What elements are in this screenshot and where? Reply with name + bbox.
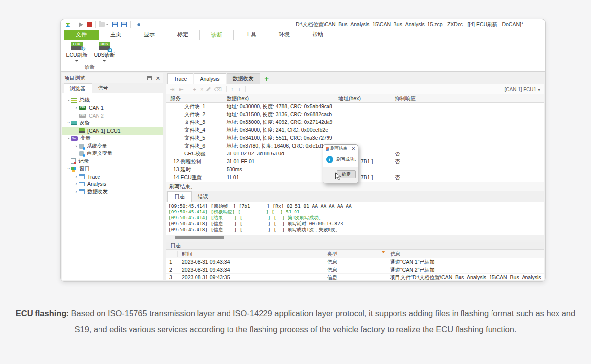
table-row[interactable]: 文件块_5 地址: 0x34100, 长度: 5511, CRC: 0xa3e7…	[166, 134, 544, 142]
log-tab-error[interactable]: 错误	[192, 191, 215, 202]
chevron-closed-icon[interactable]	[74, 174, 79, 179]
ecu-flash-button[interactable]: ECU ↻ ECU刷新	[64, 42, 90, 62]
app-window: D:\文档位置\CAN_Bus_Analysis_15\CAN_Bus_Anal…	[60, 19, 546, 282]
tree-item-can1[interactable]: CAN CAN 1	[62, 104, 163, 112]
table-row[interactable]: 文件块_1 地址: 0x30000, 长度: 4788, CRC: 0x5ab4…	[166, 103, 544, 111]
col-data[interactable]: 数据(hex)	[227, 95, 249, 102]
caption-rest: Based on ISO-15765 transmission layer an…	[69, 309, 575, 334]
dock-icon[interactable]	[147, 76, 152, 80]
col-type[interactable]: 类型	[327, 251, 337, 258]
table-row[interactable]: 文件块_3 地址: 0x33000, 长度: 4092, CRC: 0x2714…	[166, 119, 544, 126]
chevron-open-icon[interactable]	[66, 98, 71, 103]
menu-tab-environment[interactable]: 环境	[267, 30, 301, 40]
menu-tab-calibration[interactable]: 标定	[166, 30, 199, 40]
chevron-down-icon[interactable]	[75, 60, 78, 62]
tab-browser[interactable]: 浏览器	[64, 83, 92, 93]
chevron-closed-icon[interactable]	[74, 144, 79, 149]
log-line: [09:50:45.414] [原始帧 ] [7b1 ] [Rx] 02 51 …	[168, 203, 542, 209]
table-row[interactable]: 文件块_2 地址: 0x31500, 长度: 3136, CRC: 0x6882…	[166, 111, 544, 119]
content-area: 项目浏览 ✕ 浏览器 信号 总线	[61, 72, 545, 281]
chevron-closed-icon[interactable]	[74, 189, 79, 194]
save-as-button[interactable]	[121, 22, 127, 27]
tree-item-bus[interactable]: 总线	[62, 96, 163, 104]
variable-icon: Var	[71, 136, 78, 141]
can-badge-icon: CAN	[79, 114, 86, 118]
caption-bold: ECU flashing:	[16, 309, 69, 318]
chevron-down-icon[interactable]	[103, 60, 106, 62]
window-icon	[79, 174, 85, 179]
move-up-icon[interactable]: ↑	[231, 87, 234, 92]
export-icon[interactable]: ⇤	[179, 87, 183, 92]
log-section-title: 日志	[166, 242, 544, 250]
chevron-open-icon[interactable]	[66, 121, 71, 125]
menu-tab-tools[interactable]: 工具	[234, 30, 267, 40]
menu-bar: 文件 主页 显示 标定 诊断 工具 环境 帮助	[61, 30, 545, 40]
add-icon[interactable]: +	[193, 87, 196, 92]
move-down-icon[interactable]: ↓	[238, 87, 241, 92]
window-title: D:\文档位置\CAN_Bus_Analysis_15\CAN_Bus_Anal…	[296, 21, 523, 28]
filter-icon[interactable]	[381, 251, 385, 253]
chevron-closed-icon[interactable]	[74, 182, 79, 186]
uds-diagnosis-button[interactable]: UDS UDS诊断	[91, 42, 118, 62]
add-tab-button[interactable]: +	[261, 73, 273, 84]
open-button[interactable]	[99, 22, 109, 27]
delete-icon[interactable]: ×	[200, 87, 203, 92]
tab-signal[interactable]: 信号	[92, 83, 114, 93]
col-service[interactable]: 服务	[170, 95, 181, 102]
edit-icon[interactable]	[206, 87, 211, 91]
stop-button[interactable]	[87, 22, 92, 27]
tree-item-ecu1[interactable]: [CAN 1] ECU1	[62, 127, 163, 135]
file-menu-button[interactable]: 文件	[64, 30, 99, 40]
window-icon	[79, 189, 85, 194]
doc-tab-trace[interactable]: Trace	[167, 73, 193, 84]
dialog-close-button[interactable]: ✕	[351, 147, 355, 151]
toolbar-separator	[95, 21, 96, 28]
menu-tab-diagnosis[interactable]: 诊断	[199, 30, 234, 40]
chevron-open-icon[interactable]	[66, 166, 71, 171]
doc-tab-analysis[interactable]: Analysis	[194, 73, 226, 84]
refresh-icon: ↻	[81, 46, 86, 52]
ribbon-group-label: 诊断	[61, 64, 119, 71]
tree-item-variables[interactable]: Var 变量	[62, 135, 163, 143]
import-icon[interactable]: ⇥	[170, 87, 174, 92]
ecu-icon	[79, 128, 85, 133]
tree-item-analysis[interactable]: Analysis	[62, 181, 163, 188]
log-tab-log[interactable]: 日志	[167, 191, 192, 202]
log-table-row[interactable]: 1 2023-08-31 09:43:34 信息 通道"CAN 1"已添加	[166, 258, 544, 266]
chevron-open-icon[interactable]	[66, 136, 71, 141]
log-line: [09:50:45.414] [积极响应] [ ] [ ] 51 01	[168, 209, 542, 215]
tree-item-custom-variables[interactable]: 自定义变量	[62, 150, 163, 158]
window-icon	[79, 182, 85, 186]
run-button[interactable]	[79, 22, 83, 27]
menu-tab-home[interactable]: 主页	[99, 30, 132, 40]
chevron-closed-icon[interactable]	[74, 105, 79, 110]
horizontal-scrollbar[interactable]	[166, 235, 544, 240]
col-time[interactable]: 时间	[182, 251, 192, 258]
tree-item-data-transceive[interactable]: 数据收发	[62, 188, 163, 196]
tree-item-can2[interactable]: CAN CAN 2	[62, 112, 163, 120]
col-message[interactable]: 信息	[390, 251, 400, 258]
ecu-selector-combo[interactable]: [CAN 1] ECU1 ▾	[505, 87, 541, 92]
col-address[interactable]: 地址(hex)	[338, 95, 361, 102]
log-table-row[interactable]: 3 2023-08-31 09:43:35 信息 项目文件"D:\文档位置\CA…	[166, 274, 544, 280]
col-suppress[interactable]: 抑制响应	[395, 95, 416, 102]
log-table-row[interactable]: 2 2023-08-31 09:43:34 信息 通道"CAN 2"已添加	[166, 266, 544, 274]
close-icon[interactable]: ✕	[156, 76, 160, 81]
service-toolbar: ⇥ ⇤ + × ⌫ ↑ ↓ [CAN 1] ECU1 ▾	[166, 84, 544, 94]
tree-item-system-variables[interactable]: 系统变量	[62, 142, 163, 150]
magnifier-icon	[108, 48, 112, 52]
tree-item-devices[interactable]: 设备	[62, 120, 163, 127]
chevron-down-icon: ▾	[538, 87, 540, 92]
tree-item-record[interactable]: 记录	[62, 157, 163, 165]
save-button[interactable]	[112, 22, 118, 27]
table-row[interactable]: 文件块_4 地址: 0x34000, 长度: 241, CRC: 0x00cef…	[166, 126, 544, 134]
menu-tab-display[interactable]: 显示	[132, 30, 166, 40]
tree-item-trace[interactable]: Trace	[62, 173, 163, 181]
tree-item-windows[interactable]: 窗口	[62, 165, 163, 173]
doc-tab-data-transceive[interactable]: 数据收发	[227, 73, 260, 84]
scrollbar-thumb[interactable]	[175, 236, 224, 239]
wrench-settings-button[interactable]	[134, 21, 140, 28]
clear-icon[interactable]: ⌫	[214, 87, 222, 92]
log-line: [09:50:45.418] [信息 ] [ ] [ ] 刷写成功1次，失败0次…	[168, 227, 542, 233]
menu-tab-help[interactable]: 帮助	[301, 30, 334, 40]
